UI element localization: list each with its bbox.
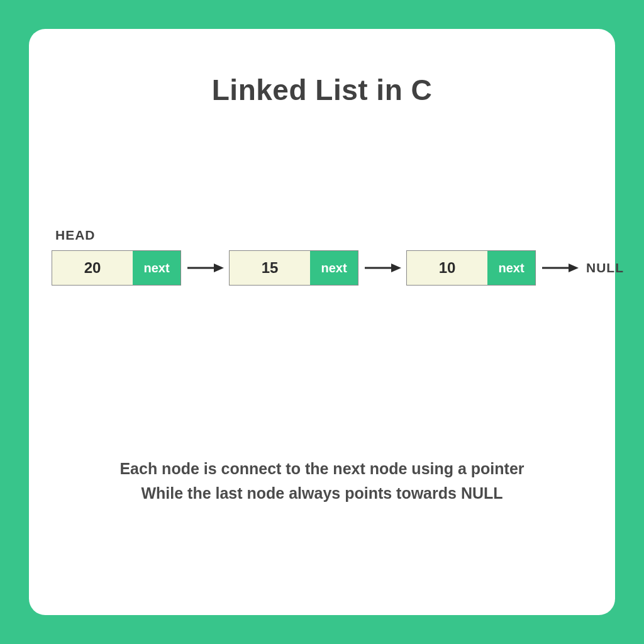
node-value: 15 [230,251,310,285]
linked-list-row: 20 next 15 next 10 next [52,250,624,286]
diagram-card: Linked List in C HEAD 20 next 15 next 10… [29,29,615,615]
svg-marker-3 [391,264,401,272]
arrow-icon [540,250,580,286]
list-node: 20 next [52,250,181,286]
caption: Each node is connect to the next node us… [29,457,615,506]
node-next-label: next [133,251,180,285]
caption-line: Each node is connect to the next node us… [29,457,615,481]
svg-marker-1 [214,264,224,272]
null-label: NULL [586,260,624,275]
arrow-icon [185,250,225,286]
node-value: 10 [407,251,487,285]
node-next-label: next [310,251,358,285]
head-label: HEAD [55,228,96,243]
list-node: 15 next [229,250,358,286]
page-title: Linked List in C [29,73,615,107]
caption-line: While the last node always points toward… [29,481,615,506]
node-value: 20 [52,251,133,285]
list-node: 10 next [406,250,536,286]
node-next-label: next [487,251,535,285]
arrow-icon [362,250,402,286]
svg-marker-5 [569,264,579,272]
